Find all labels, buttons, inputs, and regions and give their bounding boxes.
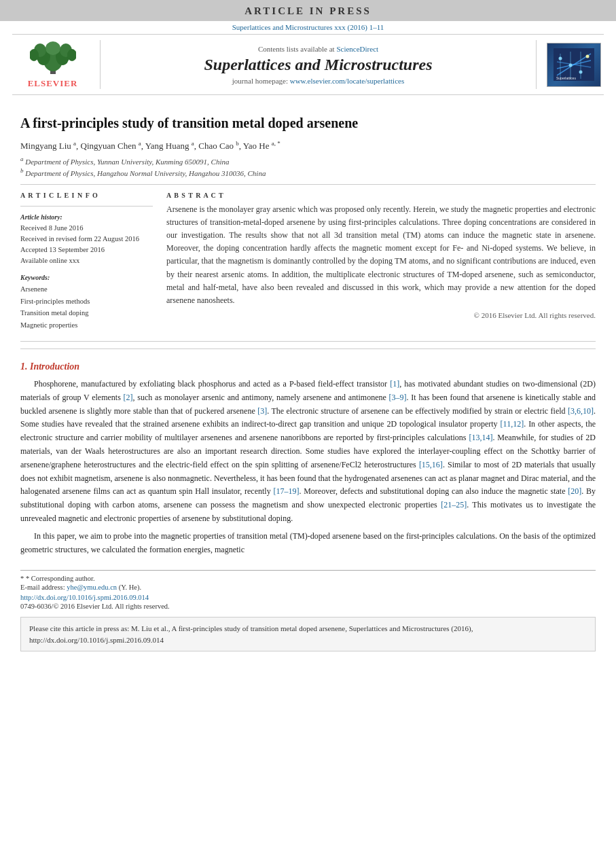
authors-line: Mingyang Liu a, Qingyuan Chen a, Yang Hu… [20, 140, 596, 151]
svg-text:Superlattices: Superlattices [556, 76, 576, 80]
keyword-magnetic: Magnetic properties [20, 319, 153, 332]
keywords-block: Keywords: Arsenene First-principles meth… [20, 274, 153, 332]
banner-text: ARTICLE IN PRESS [244, 5, 372, 16]
journal-center: Contents lists available at ScienceDirec… [101, 40, 536, 89]
abstract-column: A B S T R A C T Arsenene is the monolaye… [166, 192, 596, 332]
affiliation-a: a Department of Physics, Yunnan Universi… [20, 156, 596, 166]
history-revised: Received in revised form 22 August 2016 [20, 234, 153, 245]
abstract-divider2 [20, 348, 596, 349]
email-link[interactable]: yhe@ymu.edu.cn [67, 584, 117, 591]
email-prefix: E-mail address: [20, 584, 67, 591]
ref3: [3] [257, 406, 267, 416]
section1-heading: 1. Introduction [20, 361, 596, 372]
citation-text: Please cite this article in press as: M.… [29, 624, 473, 644]
contents-prefix: Contents lists available at [258, 45, 336, 53]
doi-link-footnote[interactable]: http://dx.doi.org/10.1016/j.spmi.2016.09… [20, 594, 149, 601]
article-info-column: A R T I C L E I N F O Article history: R… [20, 192, 153, 332]
history-label: Article history: [20, 213, 153, 221]
article-info-abstract: A R T I C L E I N F O Article history: R… [20, 192, 596, 332]
ref1516: [15,16] [419, 460, 443, 469]
abstract-divider [20, 341, 596, 342]
footnote-corresponding: * * Corresponding author. [20, 575, 596, 582]
article-info-label: A R T I C L E I N F O [20, 192, 153, 199]
ref1314: [13,14] [469, 433, 492, 442]
science-direct-link[interactable]: ScienceDirect [336, 45, 378, 53]
info-divider [20, 206, 153, 207]
elsevier-label: ELSEVIER [28, 78, 78, 89]
elsevier-tree-icon [30, 40, 76, 75]
doi-link[interactable]: Superlattices and Microstructures xxx (2… [232, 23, 384, 31]
journal-logo-box: Superlattices [547, 43, 601, 87]
footnote-email: E-mail address: yhe@ymu.edu.cn (Y. He). [20, 584, 596, 591]
corresponding-label: * [20, 575, 26, 582]
abstract-label: A B S T R A C T [166, 192, 596, 199]
history-online: Available online xxx [20, 255, 153, 266]
citation-box: Please cite this article in press as: M.… [20, 617, 596, 651]
homepage-line: journal homepage: www.elsevier.com/locat… [232, 77, 404, 85]
doi-bar: Superlattices and Microstructures xxx (2… [0, 21, 616, 34]
header-divider [20, 184, 596, 185]
ref3-9: [3–9] [389, 393, 407, 402]
section1-para1: Phosphorene, manufactured by exfoliating… [20, 378, 596, 526]
keyword-tm-doping: Transition metal doping [20, 307, 153, 319]
and-word: and [139, 460, 150, 469]
affiliations-block: a Department of Physics, Yunnan Universi… [20, 156, 596, 177]
ref17-19: [17–19] [273, 486, 299, 496]
keywords-label: Keywords: [20, 274, 153, 281]
history-received: Received 8 June 2016 [20, 223, 153, 234]
affiliation-b: b Department of Physics, Hangzhou Normal… [20, 167, 596, 177]
svg-point-18 [579, 71, 582, 74]
ref1: [1] [390, 379, 399, 389]
footnotes: * * Corresponding author. E-mail address… [20, 570, 596, 610]
history-accepted: Accepted 13 September 2016 [20, 245, 153, 255]
article-content: A first-principles study of transition m… [0, 95, 616, 662]
elsevier-logo: ELSEVIER [12, 40, 101, 89]
contents-line: Contents lists available at ScienceDirec… [258, 45, 378, 53]
copyright-line: © 2016 Elsevier Ltd. All rights reserved… [166, 311, 596, 319]
ref20: [20] [568, 486, 581, 496]
email-person: (Y. He). [119, 584, 141, 591]
journal-logo-image: Superlattices [554, 48, 594, 81]
article-in-press-banner: ARTICLE IN PRESS [0, 0, 616, 21]
svg-point-17 [568, 64, 572, 67]
ref1112: [11,12] [501, 419, 524, 429]
ref2: [2] [124, 393, 133, 402]
footnote-issn: 0749-6036/© 2016 Elsevier Ltd. All right… [20, 603, 596, 610]
svg-point-16 [558, 57, 562, 60]
keyword-arsenene: Arsenene [20, 283, 153, 296]
journal-logo-right: Superlattices [536, 40, 604, 89]
section1-para2: In this paper, we aim to probe into the … [20, 530, 596, 557]
footnote-doi: http://dx.doi.org/10.1016/j.spmi.2016.09… [20, 594, 596, 601]
homepage-url[interactable]: www.elsevier.com/locate/superlattices [290, 77, 405, 85]
ref21-25: [21–25] [441, 500, 467, 509]
homepage-prefix: journal homepage: [232, 77, 290, 85]
abstract-text: Arsenene is the monolayer gray arsenic w… [166, 203, 596, 308]
article-title: A first-principles study of transition m… [20, 114, 596, 132]
svg-point-19 [585, 55, 589, 58]
svg-point-4 [46, 41, 60, 55]
journal-header: ELSEVIER Contents lists available at Sci… [12, 34, 604, 95]
journal-title: Superlattices and Microstructures [204, 56, 432, 74]
ref3610: [3,6,10] [568, 406, 594, 416]
keyword-first-principles: First-principles methods [20, 296, 153, 308]
